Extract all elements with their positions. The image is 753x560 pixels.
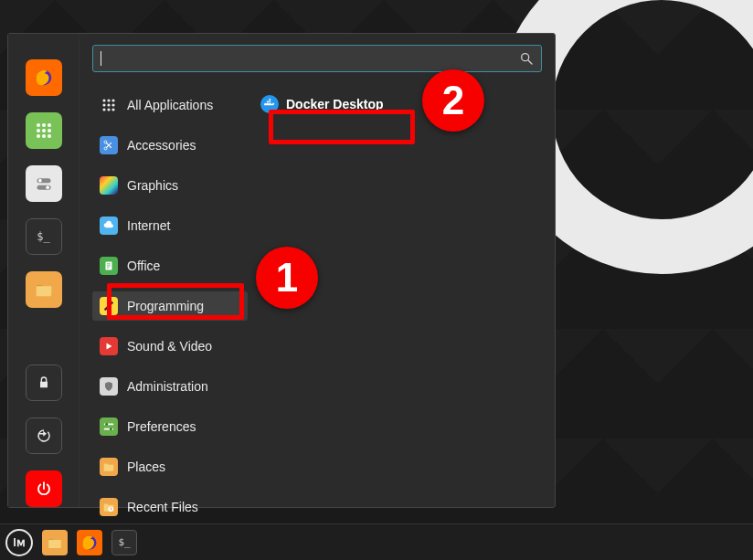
svg-point-7 <box>37 134 40 138</box>
taskbar: lᴍ $_ <box>0 523 753 560</box>
power-icon <box>36 481 52 497</box>
favorite-settings[interactable] <box>26 165 62 202</box>
category-label: Graphics <box>127 178 178 193</box>
svg-point-25 <box>104 141 107 143</box>
logout-button[interactable] <box>26 417 62 454</box>
category-label: Places <box>127 460 165 474</box>
svg-point-22 <box>102 108 105 111</box>
palette-icon <box>100 176 118 195</box>
callout-circle-1: 1 <box>256 247 318 309</box>
category-label: Internet <box>127 218 170 233</box>
app-docker-desktop[interactable]: Docker Desktop <box>251 90 393 118</box>
category-office[interactable]: Office <box>92 251 248 280</box>
category-preferences[interactable]: Preferences <box>92 412 248 441</box>
category-graphics[interactable]: Graphics <box>92 171 248 200</box>
svg-point-26 <box>104 147 107 150</box>
app-label: Docker Desktop <box>286 97 384 111</box>
category-label: Preferences <box>127 419 196 434</box>
svg-point-18 <box>111 99 114 101</box>
lock-button[interactable] <box>26 365 62 401</box>
svg-point-14 <box>522 54 529 61</box>
svg-point-23 <box>107 108 110 111</box>
taskbar-files[interactable] <box>42 530 68 555</box>
svg-point-17 <box>107 99 110 101</box>
search-field-wrap[interactable] <box>92 45 542 72</box>
svg-point-6 <box>48 129 51 132</box>
code-icon <box>100 297 118 315</box>
callout-number: 2 <box>442 78 464 123</box>
category-programming[interactable]: Programming <box>92 291 248 321</box>
svg-point-2 <box>42 123 46 127</box>
favorite-files[interactable] <box>26 271 62 308</box>
svg-rect-29 <box>107 266 111 267</box>
svg-point-4 <box>37 129 40 132</box>
taskbar-terminal[interactable]: $_ <box>111 530 137 555</box>
taskbar-mint-menu[interactable]: lᴍ <box>5 529 33 556</box>
docker-icon <box>260 95 279 113</box>
category-label: Recent Files <box>127 500 198 514</box>
power-button[interactable] <box>26 470 62 507</box>
svg-point-5 <box>42 129 46 132</box>
svg-point-11 <box>38 179 42 183</box>
svg-point-20 <box>107 103 110 106</box>
category-label: Administration <box>127 379 208 394</box>
category-internet[interactable]: Internet <box>92 211 248 240</box>
svg-point-9 <box>48 134 51 138</box>
svg-point-34 <box>110 428 112 430</box>
svg-point-19 <box>102 103 105 106</box>
mint-icon: lᴍ <box>13 535 26 549</box>
preferences-icon <box>100 417 118 436</box>
svg-point-16 <box>102 99 105 101</box>
category-administration[interactable]: Administration <box>92 372 248 401</box>
svg-point-33 <box>105 423 108 426</box>
category-recent-files[interactable]: Recent Files <box>92 492 248 522</box>
favorites-sidebar: $_ <box>8 34 80 507</box>
category-all-applications[interactable]: All Applications <box>92 90 248 120</box>
favorite-apps-grid[interactable] <box>26 112 62 149</box>
lock-icon <box>37 375 51 390</box>
svg-rect-28 <box>107 264 111 265</box>
firefox-icon <box>80 534 99 552</box>
document-icon <box>100 257 118 275</box>
svg-rect-41 <box>269 99 270 100</box>
category-label: All Applications <box>127 98 213 112</box>
folder-icon <box>46 534 64 551</box>
svg-point-1 <box>37 123 40 127</box>
svg-point-21 <box>111 103 114 106</box>
svg-point-13 <box>46 185 49 189</box>
taskbar-firefox[interactable] <box>77 530 102 555</box>
category-label: Office <box>127 259 160 273</box>
callout-number: 1 <box>276 255 298 301</box>
folder-icon <box>34 280 54 300</box>
logout-icon <box>36 428 52 444</box>
folder-icon <box>100 458 118 476</box>
grid-icon <box>36 122 52 139</box>
svg-rect-39 <box>267 101 269 103</box>
svg-point-3 <box>48 123 51 127</box>
callout-circle-2: 2 <box>422 69 484 132</box>
clock-folder-icon <box>100 498 118 516</box>
terminal-icon: $_ <box>37 230 49 243</box>
category-label: Sound & Video <box>127 339 212 354</box>
svg-line-15 <box>528 60 532 64</box>
favorite-firefox[interactable] <box>26 59 62 96</box>
category-accessories[interactable]: Accessories <box>92 131 248 160</box>
search-input[interactable] <box>101 51 519 66</box>
grid-icon <box>100 96 118 114</box>
shield-icon <box>100 377 118 396</box>
svg-rect-30 <box>107 268 110 269</box>
svg-rect-40 <box>269 101 270 103</box>
category-sound-video[interactable]: Sound & Video <box>92 332 248 361</box>
favorite-terminal[interactable]: $_ <box>26 218 62 255</box>
terminal-icon: $_ <box>118 536 130 548</box>
category-places[interactable]: Places <box>92 452 248 481</box>
category-list: All Applications Accessories Graphics <box>92 90 248 522</box>
search-icon <box>519 51 534 66</box>
category-label: Programming <box>127 299 204 313</box>
play-icon <box>100 337 118 355</box>
svg-point-24 <box>111 108 114 111</box>
svg-point-8 <box>42 134 46 138</box>
scissors-icon <box>100 136 118 154</box>
toggle-icon <box>35 174 53 193</box>
category-label: Accessories <box>127 138 196 153</box>
